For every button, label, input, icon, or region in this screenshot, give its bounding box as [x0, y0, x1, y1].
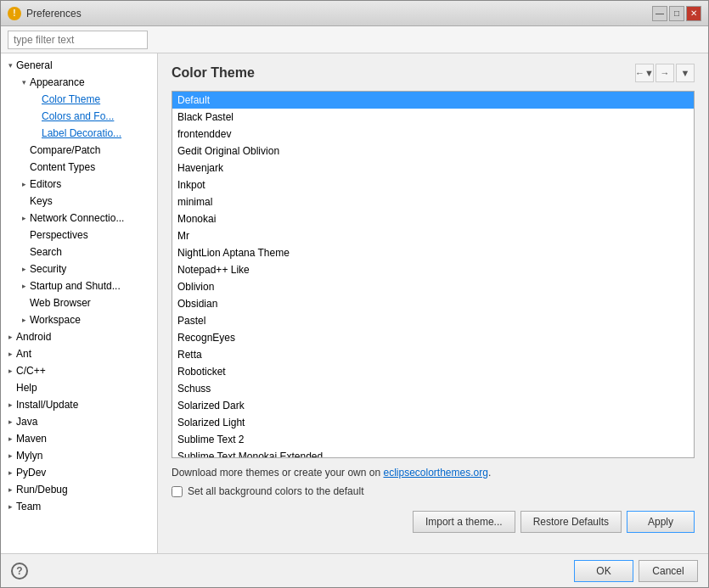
sidebar-label-security: Security [30, 263, 66, 275]
sidebar-item-pydev[interactable]: PyDev [1, 464, 157, 481]
sidebar-item-mylyn[interactable]: Mylyn [1, 447, 157, 464]
forward-icon-btn[interactable]: → [656, 64, 674, 82]
sidebar-label-maven: Maven [16, 433, 47, 445]
theme-item[interactable]: Sublime Text Monokai Extended [172, 448, 694, 458]
arrow-icon-help [4, 382, 16, 394]
theme-item[interactable]: Gedit Original Oblivion [172, 143, 694, 160]
arrow-icon-android [4, 331, 16, 343]
sidebar-item-general[interactable]: General [1, 57, 157, 74]
arrow-icon-perspectives [18, 229, 30, 241]
dropdown-icon-btn[interactable]: ▼ [676, 64, 695, 82]
apply-button[interactable]: Apply [627, 511, 695, 533]
theme-item[interactable]: Pastel [172, 312, 694, 329]
preferences-window: ! Preferences — □ ✕ GeneralAppearanceCol… [0, 0, 709, 588]
sidebar-item-help[interactable]: Help [1, 379, 157, 396]
sidebar-label-android: Android [16, 331, 51, 343]
sidebar-item-security[interactable]: Security [1, 260, 157, 277]
bottom-bar: ? OK Cancel [1, 553, 708, 587]
bottom-right: OK Cancel [574, 560, 698, 582]
arrow-icon-maven [4, 433, 16, 445]
sidebar-item-content-types[interactable]: Content Types [1, 159, 157, 176]
arrow-icon-editors [18, 178, 30, 190]
sidebar-label-workspace: Workspace [30, 314, 81, 326]
sidebar-label-run-debug: Run/Debug [16, 484, 68, 496]
sidebar-item-search[interactable]: Search [1, 244, 157, 260]
close-button[interactable]: ✕ [686, 6, 701, 21]
sidebar-item-label-decorations[interactable]: Label Decoratio... [1, 125, 157, 142]
sidebar-item-startup-shutdown[interactable]: Startup and Shutd... [1, 277, 157, 294]
background-color-checkbox[interactable] [172, 486, 183, 497]
theme-item[interactable]: minimal [172, 193, 694, 210]
theme-item[interactable]: Retta [172, 346, 694, 363]
sidebar-item-appearance[interactable]: Appearance [1, 74, 157, 91]
sidebar-label-ant: Ant [16, 348, 31, 360]
theme-item[interactable]: NightLion Aptana Theme [172, 244, 694, 261]
theme-item[interactable]: frontenddev [172, 126, 694, 143]
sidebar-item-workspace[interactable]: Workspace [1, 311, 157, 328]
sidebar-label-general: General [16, 59, 53, 71]
arrow-icon-run-debug [4, 484, 16, 496]
theme-item[interactable]: Roboticket [172, 363, 694, 380]
maximize-button[interactable]: □ [669, 6, 684, 21]
window-controls: — □ ✕ [652, 6, 701, 21]
sidebar-item-perspectives[interactable]: Perspectives [1, 227, 157, 244]
checkbox-label: Set all background colors to the default [188, 485, 363, 497]
minimize-button[interactable]: — [652, 6, 667, 21]
theme-item[interactable]: Mr [172, 227, 694, 244]
window-title: Preferences [26, 8, 82, 20]
arrow-icon-cplusplus [4, 365, 16, 377]
arrow-icon-label-decorations [30, 127, 42, 139]
theme-item[interactable]: Inkpot [172, 176, 694, 193]
theme-item[interactable]: Solarized Light [172, 414, 694, 431]
sidebar-item-web-browser[interactable]: Web Browser [1, 294, 157, 311]
sidebar-item-compare-patch[interactable]: Compare/Patch [1, 142, 157, 159]
theme-item[interactable]: Obsidian [172, 295, 694, 312]
sidebar-item-cplusplus[interactable]: C/C++ [1, 362, 157, 379]
sidebar-item-java[interactable]: Java [1, 413, 157, 430]
download-text: Download more themes or create your own … [172, 467, 695, 479]
download-link[interactable]: eclipsecolorthemes.org [383, 467, 487, 479]
sidebar-item-ant[interactable]: Ant [1, 345, 157, 362]
content-header: Color Theme ←▼ → ▼ [172, 64, 695, 82]
theme-item[interactable]: Monokai [172, 210, 694, 227]
theme-item[interactable]: Schuss [172, 380, 694, 397]
restore-defaults-button[interactable]: Restore Defaults [520, 511, 622, 533]
button-row: Import a theme... Restore Defaults Apply [172, 511, 695, 533]
ok-button[interactable]: OK [574, 560, 633, 582]
content-title: Color Theme [172, 65, 255, 81]
sidebar-label-java: Java [16, 416, 37, 428]
sidebar-label-mylyn: Mylyn [16, 450, 42, 462]
theme-item[interactable]: Oblivion [172, 278, 694, 295]
theme-item[interactable]: Sublime Text 2 [172, 431, 694, 448]
back-icon-btn[interactable]: ←▼ [635, 64, 654, 82]
sidebar-item-color-theme[interactable]: Color Theme [1, 91, 157, 108]
theme-item[interactable]: Notepad++ Like [172, 261, 694, 278]
sidebar-item-network-connections[interactable]: Network Connectio... [1, 210, 157, 227]
theme-item[interactable]: Solarized Dark [172, 397, 694, 414]
sidebar-item-run-debug[interactable]: Run/Debug [1, 481, 157, 498]
theme-item[interactable]: Black Pastel [172, 109, 694, 126]
arrow-icon-compare-patch [18, 144, 30, 156]
sidebar-item-keys[interactable]: Keys [1, 193, 157, 210]
sidebar-item-colors-fonts[interactable]: Colors and Fo... [1, 108, 157, 125]
sidebar-label-cplusplus: C/C++ [16, 365, 46, 377]
sidebar-item-editors[interactable]: Editors [1, 176, 157, 193]
filter-input[interactable] [8, 31, 148, 49]
import-button[interactable]: Import a theme... [413, 511, 515, 533]
theme-item[interactable]: Havenjark [172, 160, 694, 176]
sidebar-item-android[interactable]: Android [1, 328, 157, 345]
theme-item[interactable]: Default [172, 92, 694, 109]
sidebar-item-team[interactable]: Team [1, 498, 157, 515]
cancel-button[interactable]: Cancel [639, 560, 698, 582]
sidebar-label-color-theme: Color Theme [42, 93, 100, 105]
arrow-icon-workspace [18, 314, 30, 326]
app-icon: ! [8, 7, 21, 20]
arrow-icon-web-browser [18, 297, 30, 309]
help-icon[interactable]: ? [11, 563, 28, 580]
sidebar-item-install-update[interactable]: Install/Update [1, 396, 157, 413]
sidebar-item-maven[interactable]: Maven [1, 430, 157, 447]
theme-list: DefaultBlack PastelfrontenddevGedit Orig… [172, 91, 695, 458]
sidebar-label-label-decorations: Label Decoratio... [42, 127, 121, 139]
arrow-icon-color-theme [30, 93, 42, 105]
theme-item[interactable]: RecognEyes [172, 329, 694, 346]
